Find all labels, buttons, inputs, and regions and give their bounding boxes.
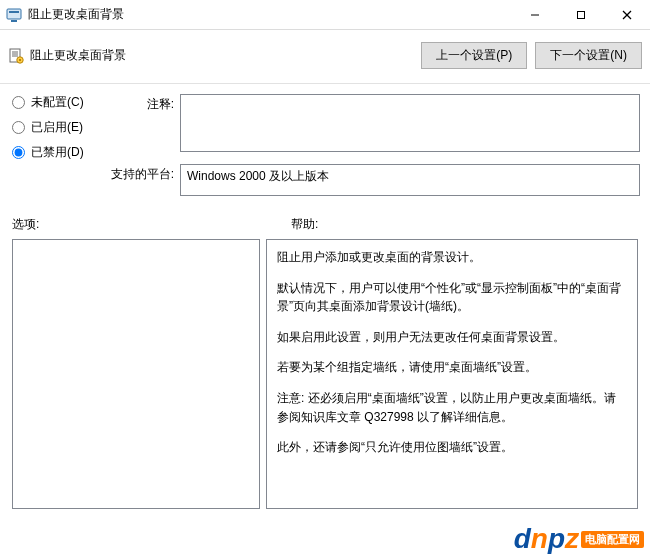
watermark-letter: d	[514, 523, 531, 554]
platform-label: 支持的平台:	[110, 164, 180, 196]
state-radio-group: 未配置(C) 已启用(E) 已禁用(D)	[10, 94, 110, 208]
watermark-letter: p	[548, 523, 565, 554]
help-paragraph: 注意: 还必须启用“桌面墙纸”设置，以防止用户更改桌面墙纸。请参阅知识库文章 Q…	[277, 389, 627, 426]
next-setting-button[interactable]: 下一个设置(N)	[535, 42, 642, 69]
titlebar: 阻止更改桌面背景	[0, 0, 650, 30]
svg-rect-2	[11, 20, 17, 22]
help-paragraph: 此外，还请参阅“只允许使用位图墙纸”设置。	[277, 438, 627, 457]
comment-label: 注释:	[110, 94, 180, 152]
radio-enabled-label: 已启用(E)	[31, 119, 83, 136]
radio-disabled[interactable]: 已禁用(D)	[10, 144, 110, 161]
help-paragraph: 默认情况下，用户可以使用“个性化”或“显示控制面板”中的“桌面背景”页向其桌面添…	[277, 279, 627, 316]
window-title: 阻止更改桌面背景	[28, 6, 512, 23]
panels-row: 阻止用户添加或更改桌面的背景设计。默认情况下，用户可以使用“个性化”或“显示控制…	[0, 239, 650, 509]
platform-value: Windows 2000 及以上版本	[180, 164, 640, 196]
watermark: dnpz电脑配置网	[514, 523, 644, 555]
radio-not-configured-label: 未配置(C)	[31, 94, 84, 111]
maximize-button[interactable]	[558, 0, 604, 29]
options-label: 选项:	[12, 216, 257, 233]
window-controls	[512, 0, 650, 29]
help-paragraph: 若要为某个组指定墙纸，请使用“桌面墙纸”设置。	[277, 358, 627, 377]
close-button[interactable]	[604, 0, 650, 29]
watermark-tag: 电脑配置网	[581, 531, 644, 548]
svg-rect-4	[578, 11, 585, 18]
help-panel: 阻止用户添加或更改桌面的背景设计。默认情况下，用户可以使用“个性化”或“显示控制…	[266, 239, 638, 509]
options-panel	[12, 239, 260, 509]
help-paragraph: 如果启用此设置，则用户无法更改任何桌面背景设置。	[277, 328, 627, 347]
radio-enabled[interactable]: 已启用(E)	[10, 119, 110, 136]
watermark-letter: z	[565, 523, 579, 554]
comment-input[interactable]	[180, 94, 640, 152]
radio-disabled-label: 已禁用(D)	[31, 144, 84, 161]
fields-column: 注释: 支持的平台: Windows 2000 及以上版本	[110, 94, 640, 208]
radio-disabled-input[interactable]	[12, 146, 25, 159]
policy-title: 阻止更改桌面背景	[30, 47, 413, 64]
minimize-button[interactable]	[512, 0, 558, 29]
svg-rect-12	[19, 59, 21, 61]
help-label: 帮助:	[257, 216, 318, 233]
close-icon	[622, 10, 632, 20]
radio-not-configured-input[interactable]	[12, 96, 25, 109]
svg-rect-1	[9, 11, 19, 13]
help-paragraph: 阻止用户添加或更改桌面的背景设计。	[277, 248, 627, 267]
watermark-letter: n	[531, 523, 548, 554]
minimize-icon	[530, 10, 540, 20]
config-section: 未配置(C) 已启用(E) 已禁用(D) 注释: 支持的平台: Windows …	[0, 84, 650, 212]
platform-row: 支持的平台: Windows 2000 及以上版本	[110, 164, 640, 196]
policy-window-icon	[6, 7, 22, 23]
maximize-icon	[576, 10, 586, 20]
radio-enabled-input[interactable]	[12, 121, 25, 134]
toolbar: 阻止更改桌面背景 上一个设置(P) 下一个设置(N)	[0, 30, 650, 84]
radio-not-configured[interactable]: 未配置(C)	[10, 94, 110, 111]
svg-rect-0	[7, 9, 21, 19]
previous-setting-button[interactable]: 上一个设置(P)	[421, 42, 527, 69]
section-labels: 选项: 帮助:	[0, 212, 650, 239]
policy-icon	[8, 48, 24, 64]
comment-row: 注释:	[110, 94, 640, 152]
